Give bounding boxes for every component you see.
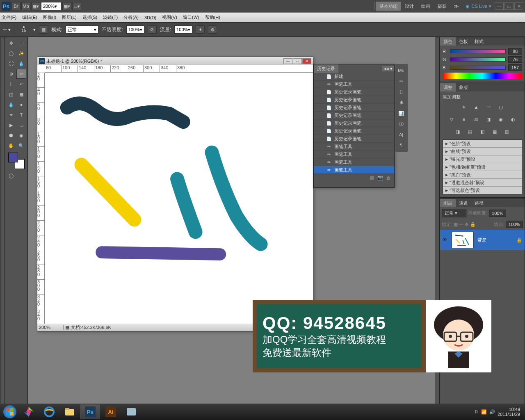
taskbar-ie[interactable] [39, 404, 59, 419]
adj-curves-icon[interactable]: 〰 [484, 103, 493, 112]
adj-levels-icon[interactable]: ▲ [472, 103, 481, 112]
adj-hue-icon[interactable]: ≡ [459, 115, 468, 124]
flow-input[interactable]: 100%▾ [174, 25, 192, 34]
history-newdoc-icon[interactable]: 📷 [377, 175, 383, 180]
layer-blendmode[interactable]: 正常 ▾ [442, 209, 466, 217]
menu-layer[interactable]: 图层(L) [62, 14, 76, 21]
doc-close[interactable]: ✕ [302, 58, 311, 64]
heal-tool[interactable]: ⊕ [6, 69, 16, 79]
mini-info-icon[interactable]: ⓘ [396, 119, 406, 129]
tablet-pressure-icon[interactable]: ⊛ [208, 25, 217, 34]
menu-help[interactable]: 帮助(H) [205, 14, 220, 21]
shape-tool[interactable]: ▭ [16, 120, 26, 130]
adj-invert-icon[interactable]: ◨ [453, 127, 462, 136]
history-snapshot-icon[interactable]: ▦ [370, 175, 374, 180]
history-delete-icon[interactable]: 🗑 [386, 176, 391, 180]
zoom-tool[interactable]: 🔍 [16, 141, 26, 151]
cslive-button[interactable]: ◉CS Live▾ [463, 4, 494, 9]
pen-tool[interactable]: ✒ [6, 110, 16, 120]
history-item[interactable]: ✏画笔工具 [314, 166, 394, 174]
history-item[interactable]: 📄历史记录画笔 [314, 119, 394, 127]
doc-minimize[interactable]: — [283, 58, 292, 64]
layer-item-background[interactable]: 👁 背景 🔒 [440, 230, 525, 250]
g-value[interactable]: 76 [508, 56, 522, 63]
history-item[interactable]: 📄历史记录画笔 [314, 112, 394, 119]
history-tab[interactable]: 历史记录◂◂ ▾ [314, 64, 394, 73]
tab-adjustments[interactable]: 调整 [440, 83, 456, 91]
g-slider[interactable] [450, 57, 506, 62]
history-item[interactable]: 📄历史记录画笔 [314, 127, 394, 135]
taskbar-app1[interactable] [19, 404, 39, 419]
quickmask-tool[interactable]: ◯ [6, 171, 16, 180]
opacity-pressure-icon[interactable]: ⊘ [148, 25, 157, 34]
adj-vibrance-icon[interactable]: ▽ [447, 115, 456, 124]
toolbox-collapse[interactable] [0, 37, 5, 420]
history-item[interactable]: ✏画笔工具 [314, 80, 394, 88]
canvas[interactable] [45, 73, 306, 324]
start-button[interactable] [2, 404, 18, 419]
menu-image[interactable]: 图像(I) [43, 14, 56, 21]
tab-masks[interactable]: 蒙版 [456, 83, 471, 91]
history-item[interactable]: 📄历史记录画笔 [314, 135, 394, 143]
opacity-input[interactable]: 100%▾ [126, 25, 144, 34]
document-titlebar[interactable]: Ps 未标题-1 @ 200%(RGB/8) * — ▭ ✕ [37, 57, 313, 65]
path-select-tool[interactable]: ▶ [6, 120, 16, 130]
airbrush-icon[interactable]: ✈ [196, 25, 205, 34]
history-item[interactable]: ✏画笔工具 [314, 151, 394, 158]
gradient-tool[interactable]: ▦ [16, 89, 26, 99]
zoom-select[interactable]: 200% ▾ [41, 2, 62, 10]
lasso-tool[interactable]: ◯ [6, 48, 16, 58]
taskbar-illustrator[interactable]: Ai [101, 404, 121, 419]
r-value[interactable]: 88 [508, 48, 522, 55]
window-close[interactable]: ✕ [514, 2, 523, 10]
preset-item[interactable]: ▶"色阶"预设 [443, 140, 522, 148]
type-tool[interactable]: T [16, 110, 26, 120]
history-brush-tool[interactable]: ↶ [16, 79, 26, 89]
mini-mb-icon[interactable]: Mb [396, 66, 406, 75]
mini-brush-icon[interactable]: ✏ [396, 76, 406, 86]
b-value[interactable]: 157 [508, 64, 522, 71]
r-slider[interactable] [450, 49, 506, 53]
tab-swatches[interactable]: 色板 [456, 37, 471, 46]
adj-photofilter-icon[interactable]: ◉ [496, 115, 505, 124]
arrange-icon[interactable]: ▦▾ [62, 2, 71, 10]
lock-pixels-icon[interactable]: ✏ [459, 222, 463, 227]
move-tool[interactable]: ✥ [6, 38, 16, 48]
menu-edit[interactable]: 编辑(E) [22, 14, 37, 21]
menu-file[interactable]: 文件(F) [2, 14, 16, 21]
layer-thumbnail[interactable] [452, 232, 474, 248]
history-item[interactable]: 📄历史记录画笔 [314, 96, 394, 104]
zoom-display[interactable]: 200% [39, 325, 64, 330]
history-item[interactable]: ✏画笔工具 [314, 158, 394, 166]
lock-position-icon[interactable]: ✥ [465, 222, 468, 227]
workspace-more[interactable]: ≫ [451, 2, 462, 11]
file-info[interactable]: 文档:452.2K/366.6K [71, 324, 111, 331]
brush-tool-icon[interactable]: ✏ ▾ [3, 27, 11, 32]
tab-styles[interactable]: 样式 [471, 37, 487, 46]
preset-item[interactable]: ▶"黑白"预设 [443, 171, 522, 179]
taskbar-photoshop[interactable]: Ps [80, 404, 100, 419]
tray-clock[interactable]: 10:492011/11/29 [498, 407, 520, 417]
history-item[interactable]: 📄新建 [314, 73, 394, 80]
brush-panel-toggle[interactable]: ▦ [39, 25, 48, 34]
dodge-tool[interactable]: ● [16, 100, 26, 110]
mini-histogram-icon[interactable]: 📊 [396, 108, 406, 118]
tray-flag-icon[interactable]: ⚐ [475, 409, 479, 415]
vertical-ruler[interactable]: 2040608010012014016018020022024026028030… [37, 73, 45, 324]
layer-visibility-icon[interactable]: 👁 [443, 237, 448, 243]
history-item[interactable]: 📄历史记录画笔 [314, 88, 394, 96]
adj-balance-icon[interactable]: ⚖ [472, 115, 481, 124]
preset-item[interactable]: ▶"可选颜色"预设 [443, 187, 522, 194]
tray-volume-icon[interactable]: 🔊 [489, 409, 495, 415]
color-swatches[interactable] [8, 153, 25, 169]
menu-3d[interactable]: 3D(D) [144, 14, 156, 21]
b-slider[interactable] [450, 66, 506, 70]
view-extras-icon[interactable]: ▦▾ [31, 2, 40, 10]
color-spectrum[interactable] [443, 73, 522, 79]
3d-camera-tool[interactable]: ◉ [16, 130, 26, 140]
blend-mode-select[interactable]: 正常▾ [66, 25, 98, 34]
workspace-photo[interactable]: 摄影 [434, 2, 450, 11]
tab-color[interactable]: 颜色 [440, 37, 456, 46]
menu-select[interactable]: 选择(S) [82, 14, 98, 21]
lock-all-icon[interactable]: 🔒 [470, 222, 476, 227]
